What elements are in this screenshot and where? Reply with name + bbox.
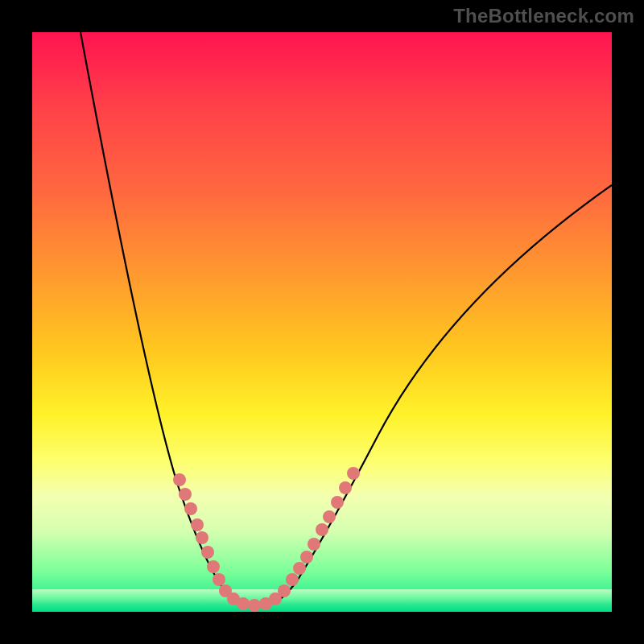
data-marker bbox=[323, 510, 336, 523]
marker-layer bbox=[173, 467, 360, 612]
data-marker bbox=[196, 531, 208, 544]
data-marker bbox=[278, 584, 291, 597]
data-marker bbox=[237, 597, 250, 610]
data-marker bbox=[179, 488, 192, 501]
data-marker bbox=[207, 560, 220, 573]
curve-layer bbox=[32, 32, 612, 612]
plot-area bbox=[32, 32, 612, 612]
data-marker bbox=[300, 551, 313, 564]
data-marker bbox=[347, 467, 360, 480]
data-marker bbox=[213, 573, 225, 586]
chart-frame: TheBottleneck.com bbox=[0, 0, 644, 644]
data-marker bbox=[331, 496, 344, 509]
data-marker bbox=[248, 599, 261, 612]
data-marker bbox=[201, 546, 214, 559]
data-marker bbox=[293, 562, 306, 575]
bottleneck-curve bbox=[80, 32, 612, 604]
data-marker bbox=[184, 502, 197, 515]
data-marker bbox=[308, 538, 320, 551]
data-marker bbox=[286, 573, 299, 586]
data-marker bbox=[339, 481, 352, 494]
data-marker bbox=[173, 473, 186, 486]
data-marker bbox=[316, 523, 328, 536]
watermark-text: TheBottleneck.com bbox=[453, 5, 634, 27]
data-marker bbox=[191, 518, 204, 531]
